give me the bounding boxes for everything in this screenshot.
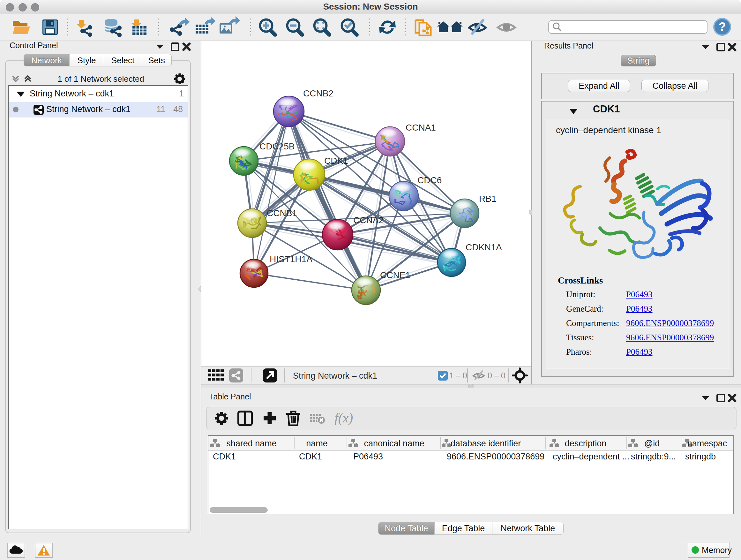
svg-text:description: description: [565, 439, 607, 448]
svg-text:HIST1H1A: HIST1H1A: [270, 254, 313, 264]
svg-text:@id: @id: [644, 439, 660, 448]
svg-text:name: name: [306, 439, 328, 448]
svg-text:canonical name: canonical name: [364, 439, 424, 448]
svg-text:database identifier: database identifier: [451, 439, 521, 448]
svg-text:?: ?: [718, 20, 726, 34]
svg-text:f(x): f(x): [334, 411, 353, 426]
svg-text:CDC25B: CDC25B: [259, 141, 294, 151]
svg-text:String Network – cdk1: String Network – cdk1: [293, 371, 377, 381]
svg-text:0 – 0: 0 – 0: [488, 371, 506, 380]
svg-text:namespac: namespac: [687, 439, 727, 448]
svg-text:CCNE1: CCNE1: [380, 270, 410, 280]
svg-text:CDK1: CDK1: [324, 156, 348, 166]
svg-text:shared name: shared name: [226, 439, 277, 448]
svg-text:CCNA1: CCNA1: [406, 123, 436, 132]
svg-text:CDC6: CDC6: [417, 175, 442, 185]
svg-text:RB1: RB1: [479, 194, 496, 204]
svg-text:1 of 1 Network selected: 1 of 1 Network selected: [57, 74, 144, 84]
svg-text:1 – 0: 1 – 0: [449, 371, 467, 380]
svg-text:CDKN1A: CDKN1A: [466, 242, 502, 252]
svg-text:CCNB1: CCNB1: [267, 208, 297, 218]
svg-text:CCNB2: CCNB2: [303, 88, 333, 98]
svg-text:CCNA2: CCNA2: [353, 215, 384, 225]
